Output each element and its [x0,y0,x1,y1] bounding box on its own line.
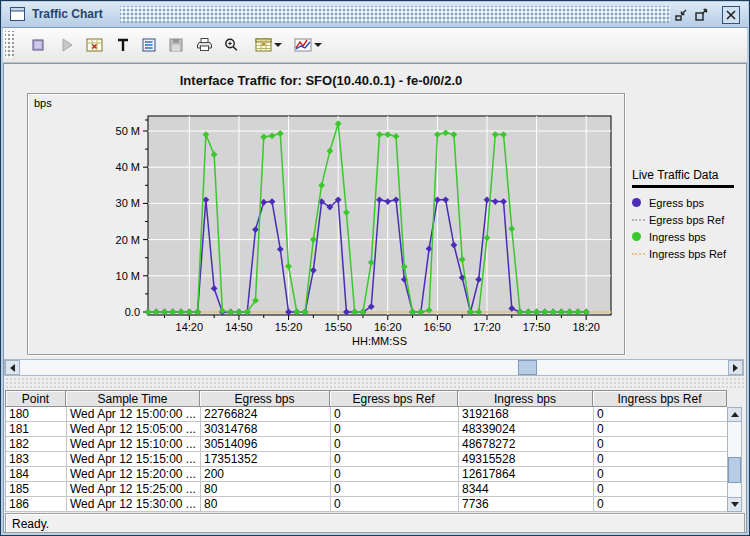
legend-list-button[interactable] [138,34,160,56]
legend-item: Egress bps Ref [632,211,744,228]
table-row[interactable]: 180Wed Apr 12 15:00:00 ...22766824031921… [6,407,728,422]
chart-menu-button[interactable] [292,34,324,56]
column-header-sample-time[interactable]: Sample Time [66,390,200,407]
table-cell: 30314768 [201,422,331,437]
title-bar[interactable]: Traffic Chart [2,2,748,28]
vertical-scroll-thumb[interactable] [728,457,741,483]
legend-label: Egress bps [649,197,704,209]
table-cell: 0 [331,452,459,467]
legend-dash-icon [632,219,646,221]
svg-text:10 M: 10 M [116,270,140,282]
svg-text:bps: bps [34,97,52,109]
legend-label: Ingress bps [649,231,706,243]
table-row[interactable]: 184Wed Apr 12 15:20:00 ...2000126178640 [6,467,728,482]
zoom-button[interactable] [220,34,242,56]
chart-horizontal-scrollbar[interactable] [4,359,744,376]
traffic-chart-svg: 0.010 M20 M30 M40 M50 M14:2014:5015:2015… [28,94,622,352]
column-header-egress-bps-ref[interactable]: Egress bps Ref [330,390,458,407]
scroll-up-button[interactable] [727,407,742,422]
table-cell: 0 [594,467,728,482]
table-row[interactable]: 181Wed Apr 12 15:05:00 ...30314768048339… [6,422,728,437]
table-cell: 184 [6,467,67,482]
minimize-button[interactable] [673,6,690,23]
play-button[interactable] [56,34,78,56]
svg-text:40 M: 40 M [116,161,140,173]
table-row[interactable]: 185Wed Apr 12 15:25:00 ...80083440 [6,482,728,497]
text-label-icon [115,37,131,53]
legend-dot-icon [632,232,646,241]
scroll-left-button[interactable] [5,360,20,375]
legend-dash-icon [632,253,646,255]
svg-text:17:50: 17:50 [523,321,551,333]
toolbar-drag-handle[interactable] [5,31,14,58]
table-cell: 0 [594,452,728,467]
table-cell: 0 [331,467,459,482]
table-vertical-scrollbar[interactable] [727,407,742,512]
dropdown-arrow-icon [274,43,282,47]
table-body: 180Wed Apr 12 15:00:00 ...22766824031921… [5,407,728,512]
legend-label: Ingress bps Ref [649,248,726,260]
maximize-button[interactable] [693,6,710,23]
svg-text:14:20: 14:20 [176,321,204,333]
chart-title: Interface Traffic for: SFO(10.40.0.1) - … [4,73,638,88]
table-cell: 0 [331,407,459,422]
table-cell: 0 [331,422,459,437]
table-cell: 183 [6,452,67,467]
table-cell: 12617864 [459,467,594,482]
table-cell: 22766824 [201,407,331,422]
table-cell: 17351352 [201,452,331,467]
table-cell: 48339024 [459,422,594,437]
table-cell: 30514096 [201,437,331,452]
table-menu-button[interactable] [252,34,284,56]
chart-legend: Live Traffic Data Egress bpsEgress bps R… [632,168,744,262]
legend-item: Ingress bps Ref [632,245,744,262]
legend-dot-icon [632,198,646,207]
chart-menu-icon [294,37,312,53]
table-row[interactable]: 182Wed Apr 12 15:10:00 ...30514096048678… [6,437,728,452]
svg-text:20 M: 20 M [116,234,140,246]
column-header-ingress-bps[interactable]: Ingress bps [458,390,593,407]
column-header-egress-bps[interactable]: Egress bps [200,390,330,407]
close-button[interactable] [722,6,740,24]
table-cell: 48678272 [459,437,594,452]
print-button[interactable] [193,34,215,56]
legend-list-icon [141,37,157,53]
table-row[interactable]: 186Wed Apr 12 15:30:00 ...80077360 [6,497,728,512]
legend-item: Egress bps [632,194,744,211]
svg-text:0.0: 0.0 [125,306,140,318]
column-header-ingress-bps-ref[interactable]: Ingress bps Ref [593,390,727,407]
table-cell: Wed Apr 12 15:30:00 ... [67,497,201,512]
table-cell: 49315528 [459,452,594,467]
table-cell: 0 [594,497,728,512]
stop-button[interactable] [27,34,49,56]
table-cell: 8344 [459,482,594,497]
column-header-point[interactable]: Point [5,390,66,407]
svg-text:15:50: 15:50 [324,321,352,333]
text-label-button[interactable] [112,34,134,56]
scroll-down-button[interactable] [727,497,742,512]
table-cell: 180 [6,407,67,422]
content-area: Interface Traffic for: SFO(10.40.0.1) - … [3,63,747,533]
table-cell: 186 [6,497,67,512]
table-cell: 200 [201,467,331,482]
scroll-right-button[interactable] [728,360,743,375]
table-cell: Wed Apr 12 15:05:00 ... [67,422,201,437]
svg-text:16:50: 16:50 [424,321,452,333]
horizontal-scroll-thumb[interactable] [518,360,537,375]
zoom-icon [223,37,239,53]
status-text: Ready. [6,514,744,531]
table-cell: 0 [594,437,728,452]
svg-text:15:20: 15:20 [275,321,303,333]
table-cell: 80 [201,482,331,497]
table-row[interactable]: 183Wed Apr 12 15:15:00 ...17351352049315… [6,452,728,467]
table-cell: Wed Apr 12 15:10:00 ... [67,437,201,452]
report-button[interactable] [83,34,105,56]
save-button[interactable] [165,34,187,56]
table-header-row: PointSample TimeEgress bpsEgress bps Ref… [5,390,727,407]
table-menu-icon [255,37,272,53]
traffic-chart-canvas: 0.010 M20 M30 M40 M50 M14:2014:5015:2015… [27,93,625,355]
play-icon [59,37,75,53]
table-cell: 0 [331,437,459,452]
split-pane-divider[interactable] [4,378,744,389]
stop-icon [30,37,46,53]
